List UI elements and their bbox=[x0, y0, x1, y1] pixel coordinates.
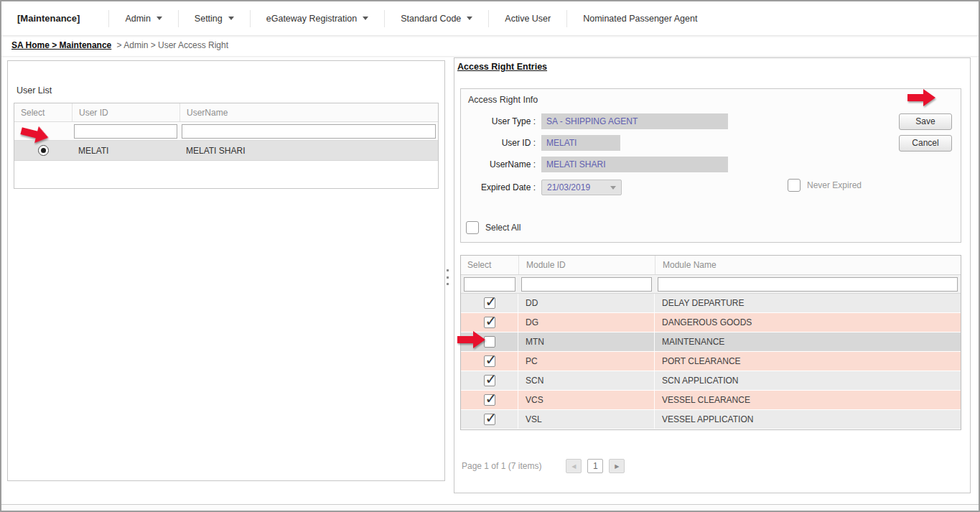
module-id-cell: DD bbox=[518, 294, 655, 312]
prev-page-button[interactable]: ◀ bbox=[566, 459, 582, 473]
expired-date-label: Expired Date : bbox=[462, 182, 536, 192]
module-name-cell: VESSEL APPLICATION bbox=[655, 410, 961, 429]
module-id-cell: MTN bbox=[518, 332, 655, 351]
breadcrumb: SA Home > Maintenance > Admin > User Acc… bbox=[1, 35, 979, 56]
never-expired-group: Never Expired bbox=[788, 179, 862, 192]
top-navigation: [Maintenance] AdminSettingeGateway Regis… bbox=[1, 1, 979, 35]
module-checkbox[interactable] bbox=[484, 394, 495, 406]
user-name-cell: MELATI SHARI bbox=[179, 141, 438, 160]
nav-item-label: Admin bbox=[125, 14, 150, 24]
user-list-title: User List bbox=[17, 85, 52, 96]
never-expired-label: Never Expired bbox=[807, 180, 862, 190]
chevron-down-icon bbox=[157, 17, 162, 20]
access-right-info-box: Access Right Info User Type : SA - SHIPP… bbox=[460, 88, 961, 243]
access-right-entries-title: Access Right Entries bbox=[457, 62, 547, 72]
module-id-cell: PC bbox=[518, 352, 655, 371]
red-arrow-mtn-checkbox-icon bbox=[457, 330, 486, 349]
user-col-username: UserName bbox=[179, 103, 438, 121]
module-checkbox[interactable] bbox=[484, 355, 495, 367]
module-row[interactable]: DD DELAY DEPARTURE bbox=[461, 294, 961, 313]
user-table-row[interactable]: MELATI MELATI SHARI bbox=[14, 141, 438, 161]
module-row[interactable]: VCS VESSEL CLEARANCE bbox=[461, 391, 961, 410]
module-checkbox[interactable] bbox=[484, 375, 495, 386]
module-col-select: Select bbox=[461, 256, 518, 274]
chevron-down-icon bbox=[228, 17, 234, 20]
module-id-filter-input[interactable] bbox=[521, 277, 652, 292]
module-checkbox[interactable] bbox=[484, 414, 495, 425]
nav-item-egateway-registration[interactable]: eGateway Registration bbox=[250, 10, 384, 27]
module-row[interactable]: PC PORT CLEARANCE bbox=[461, 352, 961, 371]
chevron-down-icon bbox=[610, 186, 616, 190]
module-id-cell: SCN bbox=[518, 371, 655, 390]
module-col-name: Module Name bbox=[655, 256, 961, 274]
user-id-filter-input[interactable] bbox=[74, 124, 177, 139]
nav-items: AdminSettingeGateway RegistrationStandar… bbox=[108, 1, 713, 35]
nav-item-label: Setting bbox=[195, 14, 223, 24]
panel-splitter-handle[interactable] bbox=[445, 269, 450, 285]
pagination-status: Page 1 of 1 (7 items) bbox=[462, 461, 541, 471]
next-page-button[interactable]: ▶ bbox=[609, 459, 625, 473]
nav-item-label: eGateway Registration bbox=[266, 14, 357, 24]
nav-brand: [Maintenance] bbox=[1, 13, 108, 24]
nav-item-label: Nominated Passenger Agent bbox=[583, 14, 697, 24]
user-type-label: User Type : bbox=[462, 116, 536, 126]
nav-item-nominated-passenger-agent[interactable]: Nominated Passenger Agent bbox=[566, 10, 713, 27]
chevron-down-icon bbox=[363, 17, 368, 20]
user-col-select: Select bbox=[14, 103, 72, 121]
module-id-cell: VCS bbox=[518, 391, 655, 409]
module-checkbox[interactable] bbox=[484, 317, 495, 328]
never-expired-checkbox[interactable] bbox=[788, 179, 801, 192]
red-arrow-save-icon bbox=[907, 88, 936, 107]
user-type-field: SA - SHIPPING AGENT bbox=[541, 113, 728, 129]
module-name-cell: VESSEL CLEARANCE bbox=[655, 391, 961, 409]
access-right-info-title: Access Right Info bbox=[468, 95, 538, 105]
save-button[interactable]: Save bbox=[899, 113, 952, 130]
nav-item-standard-code[interactable]: Standard Code bbox=[384, 10, 488, 27]
page-number-button[interactable]: 1 bbox=[587, 459, 603, 473]
user-list-panel: User List Select User ID UserName MELATI… bbox=[7, 60, 445, 481]
select-all-label: Select All bbox=[485, 223, 521, 233]
user-table-header: Select User ID UserName bbox=[14, 103, 438, 122]
module-table-header: Select Module ID Module Name bbox=[461, 256, 961, 275]
module-id-cell: VSL bbox=[518, 410, 655, 429]
access-right-panel: Access Right Entries Access Right Info U… bbox=[454, 57, 971, 493]
nav-item-label: Standard Code bbox=[401, 14, 461, 24]
user-table-empty-area bbox=[14, 161, 438, 188]
user-name-filter-input[interactable] bbox=[182, 124, 436, 139]
expired-date-value: 21/03/2019 bbox=[547, 182, 590, 192]
user-col-userid: User ID bbox=[72, 103, 179, 121]
module-row[interactable]: SCN SCN APPLICATION bbox=[461, 371, 961, 391]
nav-item-admin[interactable]: Admin bbox=[108, 10, 177, 27]
user-table: Select User ID UserName MELATI MELATI SH… bbox=[14, 103, 439, 189]
user-id-field: MELATI bbox=[541, 135, 620, 151]
module-name-cell: DELAY DEPARTURE bbox=[655, 294, 961, 312]
nav-item-active-user[interactable]: Active User bbox=[488, 10, 566, 27]
user-id-label: User ID : bbox=[462, 138, 536, 148]
user-name-field: MELATI SHARI bbox=[541, 157, 728, 172]
module-name-cell: SCN APPLICATION bbox=[655, 371, 961, 390]
user-access-right-page: [Maintenance] AdminSettingeGateway Regis… bbox=[0, 0, 980, 512]
module-row[interactable]: DG DANGEROUS GOODS bbox=[461, 313, 961, 332]
module-select-filter-input[interactable] bbox=[464, 277, 515, 292]
module-name-cell: MAINTENANCE bbox=[655, 332, 961, 351]
breadcrumb-link[interactable]: SA Home > Maintenance bbox=[11, 40, 111, 50]
expired-date-field[interactable]: 21/03/2019 bbox=[541, 180, 622, 195]
select-all-group: Select All bbox=[466, 221, 521, 234]
module-row[interactable]: VSL VESSEL APPLICATION bbox=[461, 410, 961, 429]
nav-item-setting[interactable]: Setting bbox=[178, 10, 250, 27]
breadcrumb-trail: > Admin > User Access Right bbox=[117, 40, 228, 50]
user-table-filter-row bbox=[14, 122, 438, 141]
module-id-cell: DG bbox=[518, 313, 655, 332]
nav-item-label: Active User bbox=[505, 14, 551, 24]
module-table: Select Module ID Module Name DD DELAY DE… bbox=[460, 255, 961, 430]
cancel-button[interactable]: Cancel bbox=[899, 135, 952, 152]
chevron-down-icon bbox=[467, 17, 472, 20]
bottom-strip bbox=[1, 504, 979, 511]
module-name-cell: PORT CLEARANCE bbox=[655, 352, 961, 371]
pagination-bar: Page 1 of 1 (7 items) ◀ 1 ▶ bbox=[462, 459, 625, 473]
module-name-filter-input[interactable] bbox=[658, 277, 958, 292]
module-checkbox[interactable] bbox=[484, 297, 495, 309]
module-row[interactable]: MTN MAINTENANCE bbox=[461, 332, 961, 352]
select-all-checkbox[interactable] bbox=[466, 221, 479, 234]
user-id-cell: MELATI bbox=[72, 141, 179, 160]
